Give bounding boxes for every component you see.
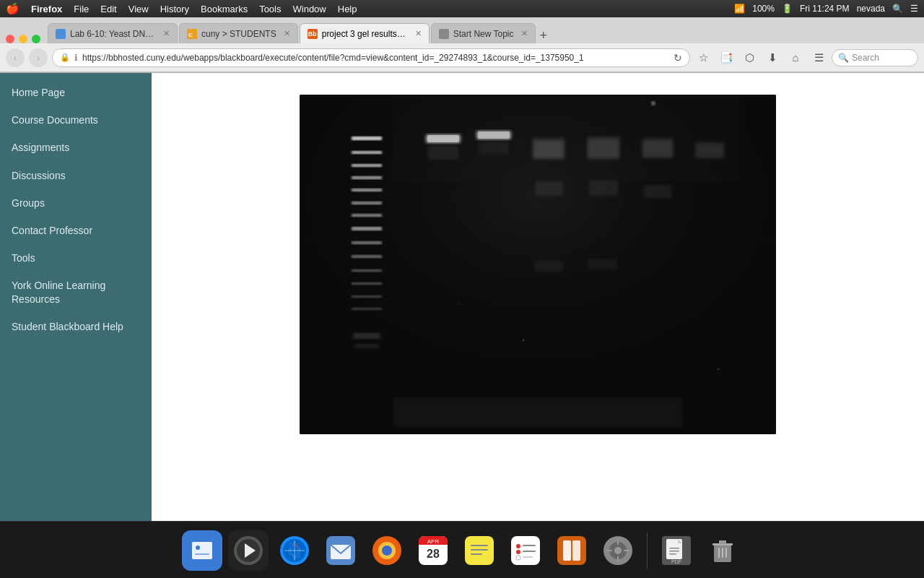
svg-text:C: C xyxy=(188,32,193,38)
dock-item-finder[interactable] xyxy=(182,530,222,571)
minimize-window-button[interactable] xyxy=(19,35,27,43)
menu-tools[interactable]: Tools xyxy=(259,4,281,14)
tab-label-cuny: cuny > STUDENTS xyxy=(201,29,276,39)
svg-text:PDF: PDF xyxy=(671,559,681,564)
tab-close-lab610[interactable]: ✕ xyxy=(163,29,170,38)
svg-rect-91 xyxy=(624,550,629,551)
svg-point-45 xyxy=(718,368,720,371)
svg-rect-79 xyxy=(523,551,536,552)
bookmark-button[interactable]: 📑 xyxy=(718,49,735,66)
menu-bookmarks[interactable]: Bookmarks xyxy=(201,4,248,14)
gel-image xyxy=(300,95,776,434)
svg-rect-36 xyxy=(644,185,671,198)
svg-rect-73 xyxy=(471,549,488,551)
search-bar[interactable]: 🔍 Search xyxy=(832,49,918,66)
menu-window[interactable]: Window xyxy=(293,4,326,14)
back-button[interactable]: ‹ xyxy=(6,48,25,67)
dock-item-calendar[interactable]: 28APR xyxy=(413,530,453,571)
tab-favicon-cuny: C xyxy=(187,29,197,39)
search-icon: 🔍 xyxy=(838,53,849,63)
sidebar-item-assignments[interactable]: Assignments xyxy=(0,134,152,161)
svg-rect-95 xyxy=(669,548,679,549)
menu-firefox[interactable]: Firefox xyxy=(31,4,62,14)
sidebar-item-contact-professor[interactable]: Contact Professor xyxy=(0,217,152,244)
svg-rect-104 xyxy=(725,548,727,558)
dock: 28APR PDF xyxy=(0,521,924,578)
tab-lab610[interactable]: Lab 6-10: Yeast DNA Cloning ✕ xyxy=(48,23,178,43)
dock-item-firefox[interactable] xyxy=(367,530,407,571)
dock-item-trash[interactable] xyxy=(702,530,743,571)
sidebar-item-groups[interactable]: Groups xyxy=(0,189,152,217)
menu-file[interactable]: File xyxy=(74,4,89,14)
svg-text:APR: APR xyxy=(427,538,439,545)
dock-item-system-prefs[interactable] xyxy=(598,530,638,571)
svg-rect-29 xyxy=(534,261,563,272)
svg-rect-48 xyxy=(192,542,212,559)
apple-menu[interactable]: 🍎 xyxy=(6,2,19,15)
svg-rect-11 xyxy=(352,227,382,230)
svg-rect-50 xyxy=(195,553,209,555)
svg-rect-15 xyxy=(352,282,382,285)
dock-item-launchpad[interactable] xyxy=(228,530,269,571)
tab-close-cuny[interactable]: ✕ xyxy=(284,29,290,38)
tab-gel-results[interactable]: Bb project 3 gel results – 2017 Sp ✕ xyxy=(300,23,430,43)
control-icon[interactable]: ☰ xyxy=(910,4,918,14)
menu-button[interactable]: ☰ xyxy=(810,49,827,66)
battery-status: 100% xyxy=(752,4,775,14)
window-controls xyxy=(6,35,40,43)
svg-rect-32 xyxy=(589,180,618,196)
menubar-right: 📶 100% 🔋 Fri 11:24 PM nevada 🔍 ☰ xyxy=(734,4,918,14)
sidebar-item-course-documents[interactable]: Course Documents xyxy=(0,106,152,134)
sidebar-item-york-online[interactable]: York Online Learning Resources xyxy=(0,272,152,312)
search-icon[interactable]: 🔍 xyxy=(892,4,903,14)
gel-svg xyxy=(300,95,776,434)
close-window-button[interactable] xyxy=(6,35,14,43)
svg-point-76 xyxy=(516,544,520,548)
sidebar-item-home-page[interactable]: Home Page xyxy=(0,79,152,106)
new-tab-button[interactable]: + xyxy=(540,28,548,43)
tab-close-newtopic[interactable]: ✕ xyxy=(521,29,528,38)
svg-rect-90 xyxy=(606,550,612,551)
sidebar-item-discussions[interactable]: Discussions xyxy=(0,162,152,189)
menu-history[interactable]: History xyxy=(160,4,189,14)
svg-point-46 xyxy=(458,303,459,305)
svg-rect-28 xyxy=(536,181,563,196)
sidebar: Home Page Course Documents Assignments D… xyxy=(0,73,152,521)
tab-new-topic[interactable]: Start New Topic ✕ xyxy=(431,23,536,43)
search-placeholder: Search xyxy=(852,53,879,63)
dock-item-pdf[interactable]: PDF xyxy=(656,530,697,571)
svg-point-65 xyxy=(382,545,392,556)
tab-favicon-gel: Bb xyxy=(308,29,318,39)
forward-button[interactable]: › xyxy=(29,48,48,67)
svg-rect-97 xyxy=(669,553,676,555)
dock-item-mail[interactable] xyxy=(321,530,361,571)
home-button[interactable]: ⌂ xyxy=(787,49,804,66)
dock-item-safari[interactable] xyxy=(274,530,315,571)
reload-button[interactable]: ↻ xyxy=(674,52,682,64)
pocket-button[interactable]: ⬡ xyxy=(741,49,758,66)
menu-view[interactable]: View xyxy=(128,4,149,14)
svg-point-78 xyxy=(516,550,520,554)
dock-item-reminders[interactable] xyxy=(505,530,546,571)
svg-rect-10 xyxy=(352,214,382,217)
info-icon: ℹ xyxy=(74,53,78,63)
svg-rect-84 xyxy=(572,540,580,561)
dock-item-ibooks[interactable] xyxy=(552,530,592,571)
tab-close-gel[interactable]: ✕ xyxy=(415,29,422,38)
svg-rect-89 xyxy=(617,556,619,562)
tab-favicon-lab610 xyxy=(56,29,66,39)
maximize-window-button[interactable] xyxy=(32,35,40,43)
svg-rect-12 xyxy=(352,241,382,244)
tab-label-gel: project 3 gel results – 2017 Sp xyxy=(322,29,408,39)
url-bar[interactable]: 🔒 ℹ https://bbhosted.cuny.edu/webapps/bl… xyxy=(52,48,690,67)
dock-item-notes[interactable] xyxy=(459,530,500,571)
bookmark-star-button[interactable]: ☆ xyxy=(694,49,712,66)
download-button[interactable]: ⬇ xyxy=(764,49,781,66)
svg-rect-13 xyxy=(352,255,382,258)
sidebar-item-student-help[interactable]: Student Blackboard Help xyxy=(0,313,152,340)
menu-edit[interactable]: Edit xyxy=(100,4,116,14)
url-text[interactable]: https://bbhosted.cuny.edu/webapps/blackb… xyxy=(82,53,669,63)
menu-help[interactable]: Help xyxy=(338,4,357,14)
tab-cuny[interactable]: C cuny > STUDENTS ✕ xyxy=(179,23,298,43)
sidebar-item-tools[interactable]: Tools xyxy=(0,244,152,272)
